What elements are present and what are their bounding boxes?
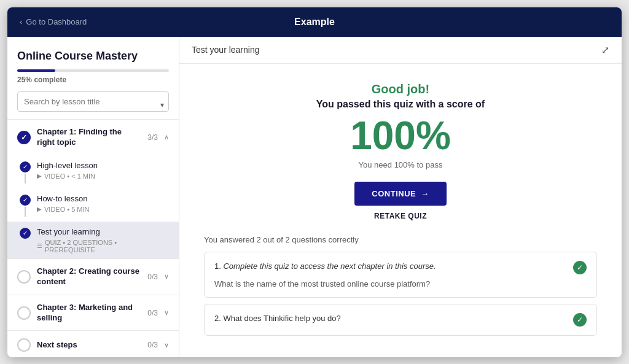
chapter-item-3: Chapter 3: Marketing and selling 0/3 ∨ xyxy=(7,295,179,331)
answer-1-check xyxy=(573,261,587,274)
lesson-2-meta-text: VIDEO • 5 MIN xyxy=(44,206,90,213)
answer-card-1-row: 1. Complete this quiz to access the next… xyxy=(214,261,587,274)
progress-label: complete xyxy=(34,76,66,84)
chapter-3-circle xyxy=(17,306,31,320)
top-nav: ‹ Go to Dashboard Example xyxy=(7,7,622,37)
video-icon: ▶ xyxy=(37,172,42,179)
chapter-1-checkmark xyxy=(17,131,31,144)
chapter-3-info: Chapter 3: Marketing and selling xyxy=(37,303,141,323)
video-icon-2: ▶ xyxy=(37,206,42,212)
answer-2-text: What does Thinkific help you do? xyxy=(223,314,340,323)
answers-summary: You answered 2 out of 2 questions correc… xyxy=(204,235,597,244)
lesson-3-meta: ☰ QUIZ • 2 QUESTIONS • PREREQUISITE xyxy=(37,239,169,254)
main-layout: Online Course Mastery 25% complete ▾ xyxy=(7,37,622,357)
result-score: 100% xyxy=(350,116,451,155)
lesson-1-name: High-level lesson xyxy=(37,160,169,171)
chapter-1-name: Chapter 1: Finding the right topic xyxy=(37,127,141,148)
quiz-icon: ☰ xyxy=(37,242,42,249)
chapter-4-circle xyxy=(17,338,31,352)
chapter-4-count: 0/3 xyxy=(147,341,158,349)
back-to-dashboard-button[interactable]: ‹ Go to Dashboard xyxy=(20,17,87,26)
app-container: ‹ Go to Dashboard Example Online Course … xyxy=(7,7,622,357)
lesson-2-meta: ▶ VIDEO • 5 MIN xyxy=(37,206,169,213)
lesson-3-dot xyxy=(20,228,31,239)
chapter-4-info: Next steps xyxy=(37,340,141,350)
content-area: Test your learning ⤢ Good job! You passe… xyxy=(179,37,622,357)
chapter-item-1: Chapter 1: Finding the right topic 3/3 ∧… xyxy=(7,119,179,258)
chapter-3-name: Chapter 3: Marketing and selling xyxy=(37,303,141,323)
lesson-3-name: Test your learning xyxy=(37,227,169,238)
answer-2-number: 2. xyxy=(214,314,223,323)
lesson-2-connector xyxy=(25,207,26,217)
content-header: Test your learning ⤢ xyxy=(179,37,622,64)
lesson-1-meta-text: VIDEO • < 1 MIN xyxy=(44,172,95,180)
result-pass-requirement: You need 100% to pass xyxy=(359,160,443,169)
chapter-2-circle xyxy=(17,270,31,284)
continue-label: CONTINUE xyxy=(372,189,416,198)
lesson-2-name: How-to lesson xyxy=(37,193,169,204)
chapter-3-header[interactable]: Chapter 3: Marketing and selling 0/3 ∨ xyxy=(7,295,179,331)
answer-1-sub: What is the name of the most trusted onl… xyxy=(214,279,587,288)
lesson-item-1[interactable]: High-level lesson ▶ VIDEO • < 1 MIN xyxy=(7,155,179,188)
chapter-1-header[interactable]: Chapter 1: Finding the right topic 3/3 ∧ xyxy=(7,120,179,155)
chapter-1-lessons: High-level lesson ▶ VIDEO • < 1 MIN xyxy=(7,155,179,258)
answer-2-question: 2. What does Thinkific help you do? xyxy=(214,313,567,324)
answer-1-text: Complete this quiz to access the next ch… xyxy=(223,261,436,271)
retake-quiz-button[interactable]: RETAKE QUIZ xyxy=(374,212,427,220)
result-good-job: Good job! xyxy=(372,82,429,96)
chapter-1-count: 3/3 xyxy=(147,133,158,142)
lesson-1-dot xyxy=(20,161,31,172)
quiz-result: Good job! You passed this quiz with a sc… xyxy=(179,64,622,357)
lesson-1-connector xyxy=(25,174,26,184)
lesson-item-3[interactable]: Test your learning ☰ QUIZ • 2 QUESTIONS … xyxy=(7,222,179,258)
chapter-4-header[interactable]: Next steps 0/3 ∨ xyxy=(7,331,179,357)
chapter-2-info: Chapter 2: Creating course content xyxy=(37,266,141,287)
lesson-1-meta: ▶ VIDEO • < 1 MIN xyxy=(37,172,169,180)
answer-card-2-row: 2. What does Thinkific help you do? xyxy=(214,313,587,327)
lesson-3-dot-container xyxy=(20,228,31,239)
progress-bar-container xyxy=(17,69,169,72)
chevron-left-icon: ‹ xyxy=(20,17,22,26)
lesson-1-info: High-level lesson ▶ VIDEO • < 1 MIN xyxy=(37,160,169,180)
search-container: ▾ xyxy=(7,91,179,119)
chevron-up-icon: ∧ xyxy=(164,133,169,141)
chapter-2-name: Chapter 2: Creating course content xyxy=(37,266,141,287)
lesson-item-2[interactable]: How-to lesson ▶ VIDEO • 5 MIN xyxy=(7,188,179,222)
chevron-down-icon: ▾ xyxy=(160,101,164,109)
progress-bar-fill xyxy=(17,69,55,72)
chevron-down-icon-4: ∨ xyxy=(164,341,169,349)
arrow-icon: → xyxy=(421,189,429,198)
answer-card-1: 1. Complete this quiz to access the next… xyxy=(204,252,597,298)
lesson-2-dot-container xyxy=(20,195,31,217)
sidebar: Online Course Mastery 25% complete ▾ xyxy=(7,37,179,357)
nav-title: Example xyxy=(294,17,335,28)
continue-button[interactable]: CONTINUE → xyxy=(354,182,446,206)
progress-percent: 25% xyxy=(17,76,32,84)
lesson-3-info: Test your learning ☰ QUIZ • 2 QUESTIONS … xyxy=(37,227,169,254)
lesson-2-info: How-to lesson ▶ VIDEO • 5 MIN xyxy=(37,193,169,213)
chapter-4-name: Next steps xyxy=(37,340,141,350)
chapter-1-info: Chapter 1: Finding the right topic xyxy=(37,127,141,148)
search-input[interactable] xyxy=(17,91,169,112)
chapter-item-2: Chapter 2: Creating course content 0/3 ∨ xyxy=(7,258,179,295)
answer-2-check xyxy=(573,313,587,327)
chapter-2-count: 0/3 xyxy=(147,273,158,281)
course-title: Online Course Mastery xyxy=(17,49,169,63)
chevron-down-icon-2: ∨ xyxy=(164,273,169,281)
chapter-2-header[interactable]: Chapter 2: Creating course content 0/3 ∨ xyxy=(7,259,179,295)
lesson-1-dot-container xyxy=(20,161,31,184)
back-label: Go to Dashboard xyxy=(26,17,87,26)
lesson-2-dot xyxy=(20,195,31,206)
answer-card-2: 2. What does Thinkific help you do? xyxy=(204,304,597,336)
content-header-title: Test your learning xyxy=(192,45,260,55)
answer-1-question: 1. Complete this quiz to access the next… xyxy=(214,261,567,272)
chapter-3-count: 0/3 xyxy=(147,309,158,317)
chapter-item-4: Next steps 0/3 ∨ xyxy=(7,330,179,357)
result-passed-text: You passed this quiz with a score of xyxy=(316,99,485,110)
lesson-3-meta-text: QUIZ • 2 QUESTIONS • PREREQUISITE xyxy=(45,239,169,254)
chevron-down-icon-3: ∨ xyxy=(164,309,169,317)
progress-text: 25% complete xyxy=(17,76,169,84)
answer-1-number: 1. xyxy=(214,261,223,271)
expand-icon[interactable]: ⤢ xyxy=(601,44,609,56)
sidebar-header: Online Course Mastery 25% complete xyxy=(7,37,179,91)
